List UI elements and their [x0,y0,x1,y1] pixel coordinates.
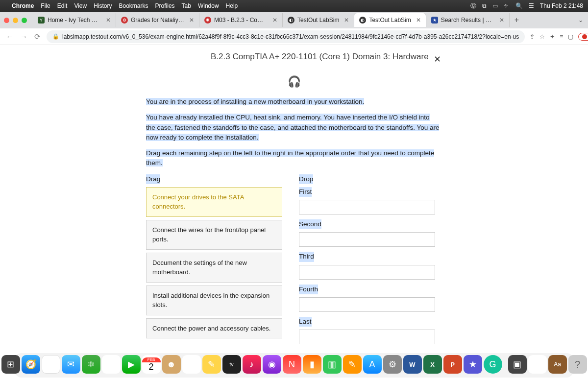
drop-label: Second [299,219,321,229]
drag-item[interactable]: Install additional devices in the expans… [146,285,282,315]
menu-profiles[interactable]: Profiles [155,2,175,9]
menu-edit[interactable]: Edit [57,2,68,9]
dock-help-icon[interactable]: ? [568,355,587,374]
tab-overflow-icon[interactable]: ⌄ [573,17,588,24]
dock-news-icon[interactable]: N [283,355,301,374]
grammarly-icon[interactable]: ⓖ [470,2,476,10]
battery-icon[interactable]: ▭ [492,2,498,9]
address-bar[interactable]: 🔒 labsimapp.testout.com/v6_0_536/exam-en… [47,30,525,43]
drop-label: Fourth [299,285,318,294]
dock-word-icon[interactable]: W [403,355,422,374]
share-icon[interactable]: ⇪ [530,33,535,40]
screen-record-icon[interactable]: ⧉ [482,2,487,9]
drag-item[interactable]: Connect the power and accessory cables. [146,318,282,339]
tab-close-icon[interactable]: ✕ [344,17,349,24]
bookmark-icon[interactable]: ☆ [539,33,545,40]
dock-imovie-icon[interactable]: ★ [464,355,482,374]
tab-m03[interactable]: ✺M03 - B.2.3 - CompTIA A+ 220✕ [199,13,283,27]
macos-dock: ☺ ⊞ 🧭 ◉ ✉ ⚛ ❀ ▶ FEB2 ☻ ☰ ✎ tv ♪ ◉ N ▮ ▥ … [0,350,588,379]
side-panel-icon[interactable]: ▢ [568,33,573,40]
forward-button[interactable]: → [19,32,28,41]
dock-settings-icon[interactable]: ⚙ [383,355,402,374]
dock-grammarly-icon[interactable]: G [484,355,502,374]
reading-list-icon[interactable]: ≡ [560,33,563,40]
tab-close-icon[interactable]: ✕ [416,17,421,24]
close-exam-button[interactable]: ✕ [434,54,441,65]
tab-label: TestOut LabSim [297,17,339,24]
dock-vm-icon[interactable]: ▣ [508,355,527,374]
window-minimize-icon[interactable] [13,18,18,23]
drag-item[interactable]: Document the settings of the new motherb… [146,253,282,283]
menu-tab[interactable]: Tab [182,2,191,9]
dock-safari-icon[interactable]: 🧭 [22,355,40,374]
tab-close-icon[interactable]: ✕ [189,17,194,24]
dock-notes-icon[interactable]: ✎ [202,355,221,374]
macos-menubar: Chrome File Edit View History Bookmarks … [0,0,588,12]
menu-file[interactable]: File [41,2,50,9]
tab-close-icon[interactable]: ✕ [106,17,111,24]
dock-keynote-icon[interactable]: ▮ [303,355,321,374]
window-zoom-icon[interactable] [22,18,27,23]
menu-bookmarks[interactable]: Bookmarks [119,2,148,9]
dock-reminders-icon[interactable]: ☰ [182,355,201,374]
tab-label: Search Results | Course Hero [441,17,494,24]
tab-grades[interactable]: ⚙Grades for Nataliya Brackin: A✕ [116,13,199,27]
browser-toolbar: ← → ⟳ 🔒 labsimapp.testout.com/v6_0_536/e… [0,28,588,45]
tab-coursehero[interactable]: ★Search Results | Course Hero✕ [426,13,510,27]
dock-mail-icon[interactable]: ✉ [62,355,80,374]
dock-slack-icon[interactable]: ✱ [528,355,547,374]
extensions-icon[interactable]: ✦ [550,33,555,40]
dock-launchpad-icon[interactable]: ⊞ [1,355,20,374]
dock-atom-icon[interactable]: ⚛ [82,355,100,374]
drag-item[interactable]: Connect your drives to the SATA connecto… [146,187,282,217]
dock-podcasts-icon[interactable]: ◉ [263,355,281,374]
drop-slot[interactable] [299,297,435,312]
app-name[interactable]: Chrome [12,2,34,9]
drop-slot[interactable] [299,265,435,280]
dock-contacts-icon[interactable]: ☻ [162,355,181,374]
tab-labsim1[interactable]: ◐TestOut LabSim✕ [283,13,354,27]
question-context: You have already installed the CPU, heat… [146,114,439,141]
tab-close-icon[interactable]: ✕ [272,17,277,24]
dock-numbers-icon[interactable]: ▥ [323,355,342,374]
dock-pages-icon[interactable]: ✎ [343,355,362,374]
dock-facetime-icon[interactable]: ▶ [122,355,141,374]
window-close-icon[interactable] [4,18,9,23]
wifi-icon[interactable]: ᯤ [504,2,510,9]
tab-labsim2[interactable]: ◐TestOut LabSim✕ [354,13,426,27]
menubar-clock[interactable]: Thu Feb 2 21:48 [540,2,583,9]
drop-heading: Drop [299,174,313,184]
dock-chrome-icon[interactable]: ◉ [42,355,60,374]
dock-powerpoint-icon[interactable]: P [443,355,462,374]
back-button[interactable]: ← [5,32,14,41]
drop-slot[interactable] [299,200,435,214]
menu-history[interactable]: History [94,2,112,9]
profile-paused-badge[interactable]: Paused [578,33,588,41]
dock-excel-icon[interactable]: X [423,355,442,374]
cal-day: 2 [148,362,153,371]
tab-label: Home - Ivy Tech Community C [48,17,101,24]
dock-music-icon[interactable]: ♪ [243,355,261,374]
dock-photos-icon[interactable]: ❀ [102,355,121,374]
menu-window[interactable]: Window [198,2,219,9]
browser-tabbar: YHome - Ivy Tech Community C✕ ⚙Grades fo… [0,12,588,28]
drag-item[interactable]: Connect the wires for the front/top pane… [146,220,282,250]
audio-icon[interactable]: 🎧 [0,75,588,88]
control-center-icon[interactable]: ☰ [529,2,534,9]
tab-close-icon[interactable]: ✕ [499,17,504,24]
drop-slot[interactable] [299,232,435,247]
menu-view[interactable]: View [74,2,87,9]
favicon-icon: ✺ [204,17,211,24]
dock-appstore-icon[interactable]: A [363,355,382,374]
dock-calendar-icon[interactable]: FEB2 [142,355,161,374]
menu-help[interactable]: Help [226,2,238,9]
spotlight-icon[interactable]: 🔍 [515,2,523,9]
tab-label: TestOut LabSim [369,17,411,24]
drop-label: Last [299,317,312,327]
new-tab-button[interactable]: + [510,16,524,24]
drop-slot[interactable] [299,330,435,344]
reload-button[interactable]: ⟳ [33,32,42,41]
dock-dictionary-icon[interactable]: Aa [548,355,567,374]
tab-ivytech[interactable]: YHome - Ivy Tech Community C✕ [33,13,116,27]
dock-tv-icon[interactable]: tv [222,355,241,374]
